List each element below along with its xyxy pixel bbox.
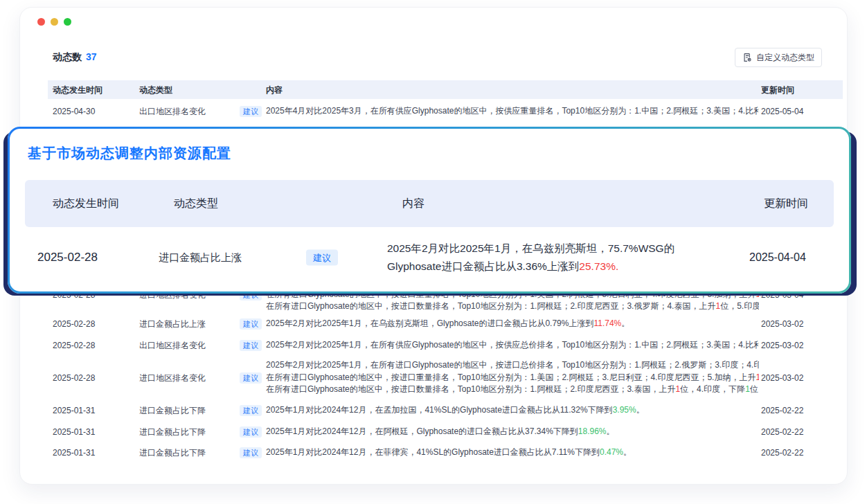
row-type: 进口金额占比下降 [139,426,206,438]
table-header: 动态发生时间 动态类型 内容 更新时间 [48,80,843,99]
row-time: 2025-04-30 [53,107,95,116]
row-content: 2025年2月对比2025年1月，在所有进口Glyphosate的地区中，按进口… [266,359,759,396]
custom-dynamic-type-label: 自定义动态类型 [756,52,814,64]
custom-dynamic-type-button[interactable]: 自定义动态类型 [735,48,822,67]
row-type: 进口金额占比下降 [139,404,206,416]
row-updated: 2025-05-04 [761,107,803,116]
row-content: 2025年2月对比2025年1月，在乌兹别克斯坦，Glyphosate的进口金额… [266,318,759,330]
row-time: 2025-02-28 [53,373,95,383]
dynamics-count-value: 37 [86,51,97,62]
suggestion-badge: 建议 [240,447,262,458]
row-content: 2025年1月对比2024年12月，在菲律宾，41%SL的Glyphosate进… [266,447,759,459]
row-content: 2025年2月对比2025年1月，在所有供应Glyphosate的地区中，按供应… [266,339,759,352]
overlay-table-row[interactable]: 2025-02-28 进口金额占比上涨 建议 2025年2月对比2025年1月，… [10,227,849,288]
suggestion-badge: 建议 [240,106,262,117]
window-controls [37,18,71,26]
highlight-overlay: 基于市场动态调整内部资源配置 动态发生时间 动态类型 内容 更新时间 2025-… [8,127,851,294]
overlay-title: 基于市场动态调整内部资源配置 [28,144,231,163]
table-row[interactable]: 2025-02-28 进口地区排名变化 建议 2025年2月对比2025年1月，… [20,359,848,396]
overlay-row-time: 2025-02-28 [37,251,98,264]
row-content: 2025年1月对比2024年12月，在孟加拉国，41%SL的Glyphosate… [266,404,759,417]
suggestion-badge: 建议 [240,426,262,438]
table-row[interactable]: 2025-04-30 出口地区排名变化 建议 2025年4月对比2025年3月，… [20,100,848,122]
row-time: 2025-01-31 [53,406,95,415]
row-content: 2025年4月对比2025年3月，在所有供应Glyphosate的地区中，按供应… [266,105,759,118]
row-type: 进口金额占比上涨 [139,318,206,330]
row-updated: 2025-02-22 [761,427,803,437]
col-header-content: 内容 [266,84,283,96]
row-time: 2025-02-28 [53,341,95,350]
row-time: 2025-01-31 [53,448,95,458]
row-updated: 2025-03-02 [761,319,803,329]
maximize-window-icon[interactable] [64,18,71,26]
row-type: 进口地区排名变化 [139,372,206,384]
row-type: 出口地区排名变化 [139,339,206,351]
custom-type-icon [742,53,752,62]
table-row[interactable]: 2025-01-31 进口金额占比下降 建议 2025年1月对比2024年12月… [20,421,848,442]
overlay-table-header: 动态发生时间 动态类型 内容 更新时间 [25,180,834,227]
row-type: 进口金额占比下降 [139,447,206,458]
suggestion-badge: 建议 [240,372,262,384]
suggestion-badge: 建议 [240,405,262,416]
row-time: 2025-02-28 [53,319,95,329]
dynamics-count-label: 动态数 [53,51,82,62]
minimize-window-icon[interactable] [51,18,58,26]
row-content: 2025年1月对比2024年12月，在阿根廷，Glyphosate的进口金额占比… [266,426,759,438]
screen: 动态数37 自定义动态类型 动态发生时间 动态类型 内容 更新时间 [0,0,867,504]
row-updated: 2025-03-02 [761,373,803,383]
row-updated: 2025-02-22 [761,406,803,415]
suggestion-badge: 建议 [240,318,262,330]
overlay-col-updated: 更新时间 [764,197,808,211]
dynamics-count: 动态数37 [53,51,97,64]
close-window-icon[interactable] [37,18,45,26]
highlight-card: 基于市场动态调整内部资源配置 动态发生时间 动态类型 内容 更新时间 2025-… [10,129,849,291]
row-type: 出口地区排名变化 [139,105,206,117]
overlay-col-content: 内容 [402,197,424,211]
overlay-row-content: 2025年2月对比2025年1月，在乌兹别亮斯坦，75.7%WSG的Glypho… [387,240,721,276]
col-header-updated: 更新时间 [761,84,794,96]
table-row[interactable]: 2025-02-28 出口地区排名变化 建议 2025年2月对比2025年1月，… [20,334,848,356]
overlay-col-time: 动态发生时间 [53,197,119,211]
suggestion-badge: 建议 [306,250,338,266]
row-time: 2025-01-31 [53,427,95,437]
row-updated: 2025-02-22 [761,448,803,458]
overlay-row-type: 进口金额占比上涨 [159,251,242,264]
suggestion-badge: 建议 [240,340,262,351]
row-updated: 2025-03-02 [761,341,803,350]
table-row[interactable]: 2025-02-28 进口金额占比上涨 建议 2025年2月对比2025年1月，… [20,313,848,334]
table-row[interactable]: 2025-01-31 进口金额占比下降 建议 2025年1月对比2024年12月… [20,442,848,463]
col-header-type: 动态类型 [139,84,172,96]
overlay-col-type: 动态类型 [174,197,218,211]
table-row[interactable]: 2025-01-31 进口金额占比下降 建议 2025年1月对比2024年12月… [20,399,848,421]
overlay-row-updated: 2025-04-04 [749,251,806,264]
col-header-time: 动态发生时间 [53,84,102,96]
